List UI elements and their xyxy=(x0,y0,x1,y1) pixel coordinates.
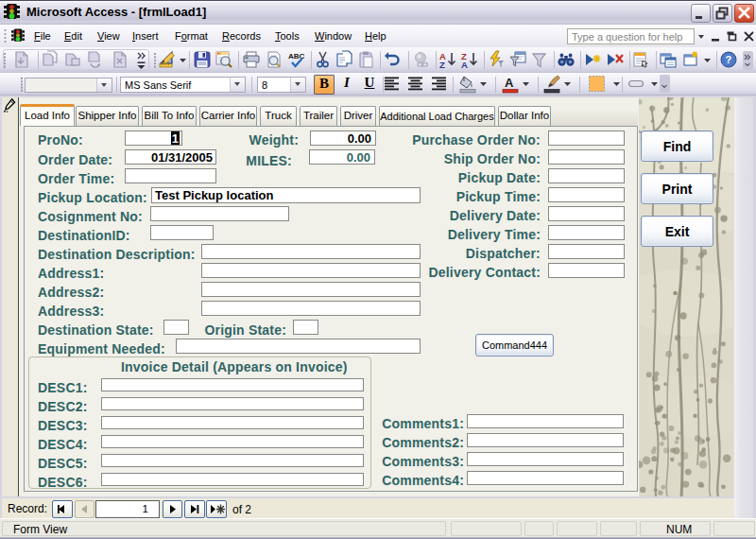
svg-text:A: A xyxy=(505,76,514,90)
svg-text:?: ? xyxy=(726,54,732,65)
svg-text:A: A xyxy=(461,60,468,70)
svg-text:Z: Z xyxy=(439,60,445,70)
